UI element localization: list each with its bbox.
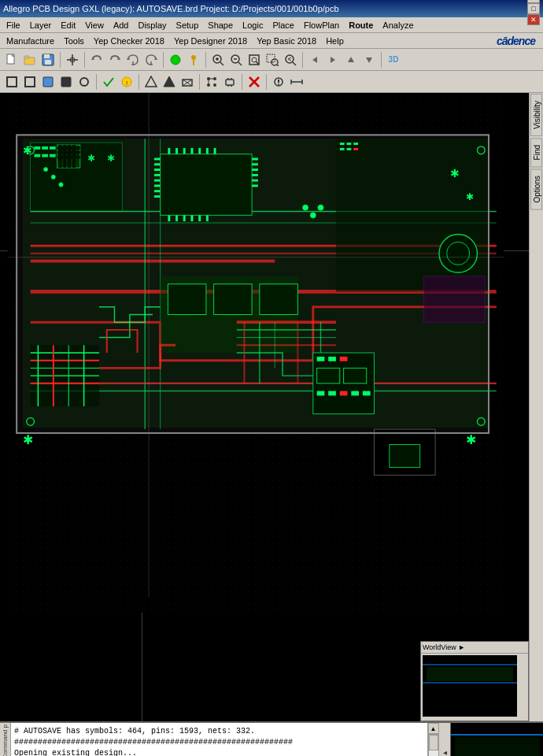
menu-layer[interactable]: Layer — [25, 19, 57, 32]
pin-button[interactable] — [185, 51, 202, 69]
3d-button[interactable]: 3D — [385, 51, 402, 69]
svg-rect-32 — [267, 54, 275, 62]
separator — [60, 52, 61, 68]
svg-rect-109 — [154, 195, 161, 198]
svg-rect-59 — [226, 80, 234, 85]
menu-yep-designer[interactable]: Yep Designer 2018 — [169, 35, 252, 47]
check-button[interactable] — [100, 73, 117, 91]
new-button[interactable] — [3, 51, 20, 69]
worldview-canvas[interactable] — [423, 655, 517, 717]
menu-route[interactable]: Route — [344, 19, 378, 32]
drc-run-button[interactable]: ! — [118, 73, 135, 91]
title-controls: ─ □ ✕ — [527, 0, 540, 25]
menu-view[interactable]: View — [80, 19, 109, 32]
undo2-button[interactable] — [124, 51, 142, 69]
svg-point-149 — [318, 205, 324, 211]
scroll-up-arrow[interactable]: ▲ — [428, 723, 439, 734]
keepout-button[interactable] — [21, 73, 39, 91]
svg-rect-4 — [24, 56, 29, 58]
menu-add[interactable]: Add — [109, 19, 134, 32]
console-output[interactable]: # AUTOSAVE has symbols: 464, pins: 1593,… — [11, 723, 427, 756]
svg-text:✱: ✱ — [87, 153, 95, 163]
menu-yep-checker[interactable]: Yep Checker 2018 — [89, 35, 169, 47]
zoom-in-button[interactable] — [209, 51, 227, 69]
menu-file[interactable]: File — [2, 19, 25, 32]
pan-down-button[interactable] — [360, 51, 378, 69]
svg-rect-91 — [57, 156, 80, 159]
svg-line-25 — [220, 62, 223, 65]
pan-left-button[interactable] — [306, 51, 323, 69]
menu-analyze[interactable]: Analyze — [378, 19, 418, 32]
zoom-prev-button[interactable] — [282, 51, 299, 69]
cutout-button[interactable] — [179, 73, 196, 91]
save-button[interactable] — [39, 51, 57, 69]
trace-button[interactable] — [57, 73, 75, 91]
menu-place[interactable]: Place — [268, 19, 299, 32]
svg-rect-89 — [57, 146, 80, 150]
svg-rect-83 — [50, 154, 56, 158]
svg-rect-122 — [214, 148, 216, 154]
worldview-bottom-canvas[interactable] — [450, 723, 543, 756]
options-tab[interactable]: Options — [530, 169, 542, 209]
pan-right-button[interactable] — [324, 51, 342, 69]
pan-up-button[interactable] — [342, 51, 360, 69]
close-button[interactable]: ✕ — [527, 14, 540, 25]
menu-setup[interactable]: Setup — [172, 19, 204, 32]
prop-button[interactable] — [270, 73, 287, 91]
zoom-fit-button[interactable] — [246, 51, 263, 69]
zoom-sel-button[interactable] — [264, 51, 281, 69]
sel-net-button[interactable] — [203, 73, 220, 91]
svg-rect-182 — [455, 737, 540, 756]
menu-manufacture[interactable]: Manufacture — [2, 35, 59, 47]
title-bar: Allegro PCB Design GXL (legacy): AUTOSAV… — [0, 0, 543, 17]
svg-line-28 — [238, 62, 242, 65]
menu-logic[interactable]: Logic — [238, 19, 268, 32]
route-button[interactable] — [39, 73, 57, 91]
pcb-board-svg[interactable]: ✱ ✱ — [0, 93, 512, 613]
svg-rect-105 — [154, 174, 161, 176]
redo2-button[interactable] — [142, 51, 160, 69]
menu-shape[interactable]: Shape — [203, 19, 238, 32]
svg-line-36 — [293, 62, 296, 65]
scroll-thumb[interactable] — [429, 735, 438, 750]
pcb-area[interactable]: ✱ ✱ — [0, 93, 529, 721]
menu-help[interactable]: Help — [321, 35, 349, 47]
svg-rect-164 — [363, 391, 371, 396]
svg-rect-162 — [340, 391, 348, 396]
svg-rect-138 — [347, 148, 352, 150]
svg-rect-137 — [340, 148, 345, 150]
delete-button[interactable] — [246, 73, 263, 91]
svg-rect-78 — [35, 146, 41, 150]
svg-text:✱: ✱ — [466, 433, 476, 447]
svg-text:✱: ✱ — [451, 168, 460, 180]
zoom-out-button[interactable] — [227, 51, 245, 69]
redo-button[interactable] — [106, 51, 124, 69]
measure-button[interactable] — [288, 73, 305, 91]
svg-rect-118 — [183, 148, 186, 154]
svg-rect-103 — [154, 163, 161, 165]
undo-button[interactable] — [88, 51, 105, 69]
menu-bar2: Manufacture Tools Yep Checker 2018 Yep D… — [0, 33, 543, 49]
console-worldview-panel: WorldView ► — [438, 723, 450, 756]
svg-rect-101 — [161, 154, 252, 216]
scroll-track[interactable] — [428, 734, 439, 756]
sel-comp-button[interactable] — [221, 73, 238, 91]
svg-rect-157 — [340, 357, 348, 361]
maximize-button[interactable]: □ — [527, 3, 540, 14]
menu-edit[interactable]: Edit — [56, 19, 80, 32]
visibility-tab[interactable]: Visibility — [530, 94, 542, 136]
via-button[interactable] — [76, 73, 93, 91]
ratsnest-button[interactable] — [167, 51, 184, 69]
snap-button[interactable] — [64, 51, 81, 69]
console-scrollbar[interactable]: ▲ ▼ — [427, 723, 438, 756]
outline-button[interactable] — [3, 73, 20, 91]
open-button[interactable] — [21, 51, 39, 69]
find-tab[interactable]: Find — [530, 138, 542, 167]
menu-tools[interactable]: Tools — [59, 35, 89, 47]
shape-button[interactable] — [142, 73, 160, 91]
menu-flowplan[interactable]: FlowPlan — [299, 19, 344, 32]
menu-yep-basic[interactable]: Yep Basic 2018 — [252, 35, 321, 47]
separator8 — [139, 74, 139, 90]
fill-button[interactable] — [161, 73, 178, 91]
menu-display[interactable]: Display — [133, 19, 171, 32]
